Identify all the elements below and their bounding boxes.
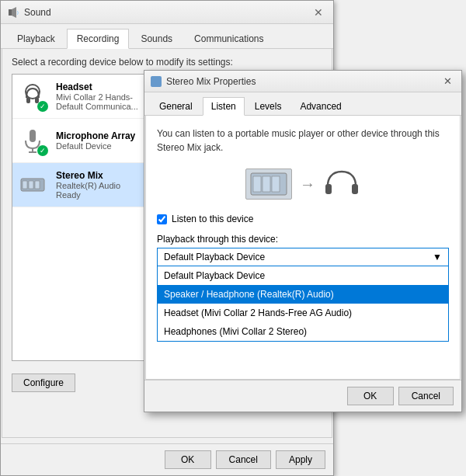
- svg-rect-17: [325, 184, 332, 194]
- microphone-sub1: Default Device: [56, 141, 135, 151]
- props-tab-general[interactable]: General: [151, 97, 201, 115]
- diagram-arrow-icon: →: [300, 175, 315, 193]
- props-content: You can listen to a portable music playe…: [145, 116, 461, 380]
- playback-dropdown-button[interactable]: Default Playback Device ▼: [157, 248, 449, 266]
- svg-rect-14: [253, 176, 261, 192]
- microphone-info: Microphone Array Default Device: [56, 130, 135, 151]
- configure-button[interactable]: Configure: [12, 374, 75, 392]
- listen-checkbox-row: Listen to this device: [157, 214, 449, 224]
- sound-ok-button[interactable]: OK: [165, 450, 211, 469]
- tab-recording[interactable]: Recording: [67, 29, 130, 49]
- playback-dropdown-list: Default Playback Device Speaker / Headph…: [157, 266, 449, 342]
- props-tab-levels[interactable]: Levels: [246, 97, 290, 115]
- svg-rect-4: [26, 97, 30, 103]
- props-dialog: Stereo Mix Properties ✕ General Listen L…: [144, 70, 462, 412]
- props-ok-button[interactable]: OK: [347, 387, 394, 405]
- tab-sounds[interactable]: Sounds: [130, 29, 183, 48]
- svg-rect-16: [272, 176, 280, 192]
- svg-rect-15: [263, 176, 270, 192]
- microphone-check-icon: ✓: [37, 145, 48, 156]
- stereomix-info: Stereo Mix Realtek(R) Audio Ready: [56, 170, 120, 200]
- headset-sub1: Mivi Collar 2 Hands-: [56, 92, 138, 102]
- dropdown-arrow-icon: ▼: [433, 252, 442, 262]
- dropdown-selected-value: Default Playback Device: [164, 252, 265, 262]
- headset-name: Headset: [56, 82, 138, 92]
- svg-rect-6: [30, 130, 36, 142]
- props-tabs: General Listen Levels Advanced: [144, 92, 461, 116]
- listen-checkbox-label: Listen to this device: [172, 214, 253, 224]
- audio-diagram: →: [157, 169, 449, 200]
- props-dialog-title: Stereo Mix Properties: [166, 76, 440, 87]
- dropdown-option-headset[interactable]: Headset (Mivi Collar 2 Hands-Free AG Aud…: [158, 304, 448, 322]
- sound-window-close-button[interactable]: ✕: [310, 4, 327, 21]
- svg-rect-18: [352, 184, 358, 194]
- props-title-bar: Stereo Mix Properties ✕: [144, 71, 461, 92]
- sound-tabs: Playback Recording Sounds Communications: [1, 24, 333, 49]
- microphone-name: Microphone Array: [56, 130, 135, 141]
- svg-text:): ): [17, 10, 19, 15]
- sound-bottom-buttons: OK Cancel Apply: [1, 443, 333, 475]
- stereomix-sub2: Ready: [56, 190, 120, 200]
- dropdown-option-speaker[interactable]: Speaker / Headphone (Realtek(R) Audio): [158, 285, 448, 304]
- playback-dropdown-wrapper: Default Playback Device ▼ Default Playba…: [157, 248, 449, 266]
- sound-window-icon: ): [7, 6, 19, 19]
- svg-rect-12: [35, 181, 40, 189]
- microphone-icon: ✓: [17, 125, 48, 156]
- svg-rect-11: [29, 181, 33, 189]
- props-close-button[interactable]: ✕: [440, 74, 455, 89]
- props-tab-listen[interactable]: Listen: [203, 97, 245, 116]
- stereomix-name: Stereo Mix: [56, 170, 120, 181]
- sound-title-bar: ) Sound ✕: [1, 1, 333, 24]
- props-dialog-buttons: OK Cancel: [144, 380, 461, 412]
- headset-icon: ✓: [17, 81, 48, 112]
- tab-communications[interactable]: Communications: [184, 29, 273, 48]
- sound-window-title: Sound: [24, 7, 310, 18]
- diagram-headphones-icon: [323, 169, 360, 200]
- headset-sub2: Default Communica...: [56, 102, 138, 111]
- sound-apply-button[interactable]: Apply: [276, 450, 325, 469]
- headset-check-icon: ✓: [37, 101, 48, 112]
- recording-instruction: Select a recording device below to modif…: [12, 57, 322, 68]
- svg-rect-10: [23, 181, 27, 189]
- sound-cancel-button[interactable]: Cancel: [216, 450, 271, 469]
- stereomix-icon: [17, 169, 48, 200]
- tab-playback[interactable]: Playback: [7, 29, 65, 48]
- props-tab-advanced[interactable]: Advanced: [291, 97, 350, 115]
- dropdown-option-default[interactable]: Default Playback Device: [158, 266, 448, 285]
- svg-rect-0: [9, 9, 12, 16]
- props-dialog-icon: [151, 76, 162, 87]
- svg-marker-1: [12, 7, 16, 18]
- diagram-card-icon: [245, 169, 292, 200]
- stereomix-sub1: Realtek(R) Audio: [56, 181, 120, 190]
- dropdown-option-headphones[interactable]: Headphones (Mivi Collar 2 Stereo): [158, 322, 448, 341]
- listen-description: You can listen to a portable music playe…: [157, 127, 449, 155]
- headset-info: Headset Mivi Collar 2 Hands- Default Com…: [56, 82, 138, 111]
- listen-checkbox[interactable]: [157, 214, 167, 224]
- playback-through-label: Playback through this device:: [157, 234, 449, 245]
- props-cancel-button[interactable]: Cancel: [398, 387, 454, 405]
